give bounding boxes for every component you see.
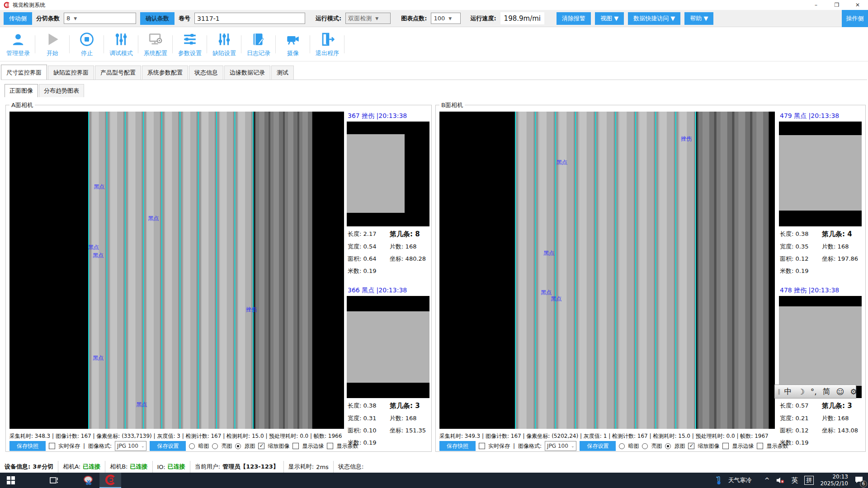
system-config-button[interactable]: 系统配置 (138, 27, 173, 61)
camera-a-title: A面相机 (9, 101, 35, 109)
subtab-trend-chart[interactable]: 分布趋势图表 (39, 84, 84, 97)
zoom-image-checkbox[interactable] (258, 443, 264, 449)
original-image-label: 原图 (244, 442, 255, 450)
clock[interactable]: 20:13 2025/2/10 (820, 474, 848, 487)
original-image-radio[interactable] (235, 443, 241, 449)
view-menu-button[interactable]: 视图 ▼ (595, 12, 624, 25)
stop-button[interactable]: 停止 (70, 27, 104, 61)
tab-system-param-config[interactable]: 系统参数配置 (142, 66, 188, 80)
drive-side-button[interactable]: 传动侧 (4, 12, 32, 25)
defect-card[interactable]: 367 挫伤 |20:13:38 长度: 2.17 第几条: 8 宽度: 0.5… (347, 112, 429, 283)
stat-coord: 坐标: 151.35 (390, 427, 429, 435)
minimize-button[interactable]: – (806, 0, 826, 10)
tab-size-monitor[interactable]: 尺寸监控界面 (1, 65, 47, 80)
ime-bar-item[interactable]: ⚙ (850, 387, 857, 396)
bright-image-radio[interactable] (212, 443, 218, 449)
camera-b-controls: 保存快照 实时保存 | 图像格式: JPG 100 ⌄ 保存设置 暗图 亮图 原… (439, 441, 775, 451)
snipping-app-button[interactable] (78, 473, 99, 488)
dark-image-label: 暗图 (628, 442, 639, 450)
tab-test[interactable]: 测试 (271, 66, 294, 80)
save-snapshot-button[interactable]: 保存快照 (9, 441, 46, 451)
realtime-save-checkbox[interactable] (49, 443, 55, 449)
defect-mark-label: 黑点 (541, 289, 552, 296)
show-edge-checkbox[interactable] (292, 443, 299, 449)
show-count-checkbox[interactable] (327, 443, 333, 449)
camera-a-controls: 保存快照 实时保存 | 图像格式: JPG 100 ⌄ 保存设置 暗图 亮图 原… (9, 441, 345, 451)
parameter-settings-button[interactable]: 参数设置 (173, 27, 207, 61)
debug-mode-icon (113, 32, 129, 47)
show-edge-checkbox[interactable] (722, 443, 729, 449)
realtime-save-checkbox[interactable] (479, 443, 485, 449)
defect-card[interactable]: 478 挫伤 |20:13:38 长度: 0.57 第几条: 3 宽度: 0.2… (779, 286, 862, 447)
ime-bar-item[interactable]: 简 (823, 386, 830, 397)
image-format-select[interactable]: JPG 100 ⌄ (545, 441, 576, 451)
bright-image-radio[interactable] (642, 443, 648, 449)
stat-strip: 第几条: 8 (390, 230, 429, 239)
ime-bar-item[interactable]: 中 (784, 386, 792, 397)
save-settings-button[interactable]: 保存设置 (150, 441, 186, 451)
start-menu-button[interactable] (0, 473, 22, 488)
image-format-select[interactable]: JPG 100 ⌄ (115, 441, 146, 451)
slit-count-select[interactable]: 8 ▼ (64, 13, 136, 24)
log-record-button[interactable]: 日志记录 (241, 27, 276, 61)
window-title: 视觉检测系统 (13, 1, 45, 9)
defect-settings-icon (217, 32, 232, 47)
save-snapshot-button[interactable]: 保存快照 (439, 441, 476, 451)
operate-side-button[interactable]: 操作侧 (842, 10, 868, 27)
close-button[interactable]: ✕ (847, 0, 868, 10)
exit-program-button[interactable]: 退出程序 (310, 27, 344, 61)
save-settings-button[interactable]: 保存设置 (580, 441, 616, 451)
maximize-button[interactable]: ❐ (826, 0, 847, 10)
ime-grip-handle[interactable]: ‖ (778, 388, 780, 395)
original-image-radio[interactable] (665, 443, 671, 449)
debug-mode-button[interactable]: 调试模式 (104, 27, 138, 61)
vision-app-taskbar-button[interactable] (99, 473, 121, 488)
io-connection-status: 已连接 (168, 463, 185, 471)
ime-bar-item[interactable]: ☺ (836, 387, 844, 396)
task-view-button[interactable] (43, 473, 65, 488)
language-indicator[interactable]: 英 (791, 476, 798, 485)
sub-tab-bar: 正面图像 分布趋势图表 (5, 84, 85, 97)
defect-card-stats: 长度: 0.57 第几条: 3 宽度: 0.21 片数: 168 面积: 0.1… (779, 398, 862, 447)
tab-status-info[interactable]: 状态信息 (189, 66, 223, 80)
dark-image-radio[interactable] (619, 443, 625, 449)
clear-alarm-button[interactable]: 清除报警 (557, 12, 591, 25)
bright-image-label: 亮图 (221, 442, 232, 450)
run-mode-select[interactable]: 双面检测 ▼ (345, 13, 391, 24)
bright-image-label: 亮图 (651, 442, 662, 450)
video-capture-button[interactable]: 摄像 (276, 27, 310, 61)
defect-photo (347, 134, 405, 213)
subtab-front-image[interactable]: 正面图像 (5, 84, 38, 97)
zoom-image-checkbox[interactable] (688, 443, 694, 449)
defect-settings-button[interactable]: 缺陷设置 (207, 27, 241, 61)
tab-product-model-config[interactable]: 产品型号配置 (95, 66, 141, 80)
tab-defect-monitor[interactable]: 缺陷监控界面 (48, 66, 94, 80)
tray-expand-button[interactable]: ^ (764, 477, 770, 484)
chart-points-select[interactable]: 100 ▼ (431, 13, 461, 24)
data-quick-access-button[interactable]: 数据快捷访问 ▼ (628, 12, 680, 25)
camera-a-image[interactable]: 黑点黑点黑点黑点挫伤黑点黑点 (9, 112, 344, 429)
start-button[interactable]: 开始 (35, 27, 70, 61)
confirm-count-button[interactable]: 确认条数 (140, 12, 175, 25)
toolbar-item-label: 系统配置 (144, 49, 167, 57)
show-count-checkbox[interactable] (757, 443, 763, 449)
camera-b-image[interactable]: 挫伤黑点黑点黑点黑点 (439, 112, 775, 429)
ime-bar-item[interactable]: °, (811, 387, 817, 396)
admin-login-button[interactable]: 管理登录 (1, 27, 35, 61)
defect-card-stats: 长度: 2.17 第几条: 8 宽度: 0.54 片数: 168 面积: 0.6… (347, 226, 429, 275)
speaker-muted-icon[interactable] (776, 477, 785, 484)
defect-card[interactable]: 366 黑点 |20:13:38 长度: 0.38 第几条: 3 宽度: 0.3… (347, 286, 429, 447)
weather-text[interactable]: 天气寒冷 (728, 476, 752, 484)
ime-bar-item[interactable]: ☽ (798, 387, 805, 396)
ime-mode-indicator[interactable]: 拼 (804, 476, 814, 485)
defect-card[interactable]: 479 黑点 |20:13:38 长度: 0.38 第几条: 4 宽度: 0.3… (779, 112, 862, 283)
help-menu-button[interactable]: 帮助 ▼ (684, 12, 713, 25)
tab-edge-data-record[interactable]: 边缘数据记录 (224, 66, 270, 80)
roll-number-input[interactable] (194, 13, 305, 24)
notification-center-button[interactable]: 6 (854, 476, 863, 485)
system-config-icon (148, 32, 163, 47)
dark-image-radio[interactable] (189, 443, 195, 449)
windows-taskbar: 天气寒冷 ^ 英 拼 20:13 2025/2/10 6 (0, 473, 868, 488)
windows-logo-icon (7, 476, 15, 484)
ime-language-bar[interactable]: ‖ 中☽°,简☺⚙ (774, 385, 856, 399)
